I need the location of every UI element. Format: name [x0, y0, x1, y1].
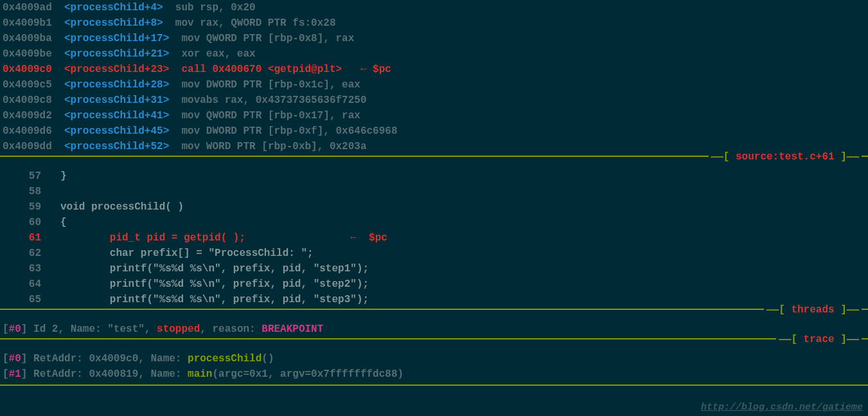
disasm-address: 0x4009dd [3, 141, 52, 152]
source-line: 61 pid_t pid = getpid( ); ← $pc [0, 230, 868, 246]
section-label-source: ——[ source:test.c+61 ]—— [709, 149, 862, 165]
disasm-instruction: movabs rax, 0x43737365636f7250 [181, 95, 366, 106]
source-code: void processChild( ) [60, 201, 184, 213]
disasm-symbol: <processChild+4> [64, 2, 163, 14]
disasm-symbol: <processChild+45> [64, 125, 169, 137]
source-lineno: 60 [3, 215, 60, 230]
source-line: 59void processChild( ) [0, 199, 868, 215]
disasm-address: 0x4009c5 [3, 79, 52, 91]
disasm-address: 0x4009ad [3, 2, 52, 14]
source-lineno: 64 [3, 276, 60, 292]
disasm-address: 0x4009b1 [3, 17, 52, 29]
thread-state: stopped [157, 323, 200, 335]
disasm-line: 0x4009c8 <processChild+31> movabs rax, 0… [0, 93, 868, 108]
disasm-instruction: call 0x400670 <getpid@plt> [181, 64, 342, 75]
disasm-instruction: sub rsp, 0x20 [175, 2, 256, 14]
source-code: char prefix[] = "ProcessChild: "; [60, 248, 314, 259]
thread-reason: BREAKPOINT [261, 323, 323, 335]
source-code: { [60, 217, 67, 228]
disasm-instruction: xor eax, eax [181, 48, 255, 60]
disasm-line: 0x4009ad <processChild+4> sub rsp, 0x20 [0, 0, 868, 15]
disasm-address: 0x4009d2 [3, 110, 52, 122]
source-line: 63 printf("%s%d %s\n", prefix, pid, "ste… [0, 261, 868, 276]
trace-line: [#0] RetAddr: 0x4009c0, Name: processChi… [0, 351, 868, 366]
thread-index: #0 [9, 323, 21, 335]
disasm-symbol: <processChild+21> [64, 48, 169, 60]
thread-line: [#0] Id 2, Name: "test", stopped, reason… [0, 321, 868, 337]
disasm-line: 0x4009c5 <processChild+28> mov DWORD PTR… [0, 77, 868, 93]
disasm-line: 0x4009b1 <processChild+8> mov rax, QWORD… [0, 15, 868, 31]
disasm-symbol: <processChild+28> [64, 79, 169, 91]
threads-block: [#0] Id 2, Name: "test", stopped, reason… [0, 321, 868, 337]
disasm-symbol: <processChild+17> [64, 33, 169, 44]
source-lineno: 58 [3, 184, 60, 199]
section-divider-bottom [0, 384, 868, 387]
disasm-line: 0x4009ba <processChild+17> mov QWORD PTR… [0, 31, 868, 46]
disasm-symbol: <processChild+8> [64, 17, 163, 29]
source-block: 57}5859void processChild( )60{61 pid_t p… [0, 168, 868, 307]
source-line: 64 printf("%s%d %s\n", prefix, pid, "ste… [0, 276, 868, 292]
source-lineno: 65 [3, 292, 60, 307]
source-line: 58 [0, 184, 868, 199]
disasm-address: 0x4009ba [3, 33, 52, 44]
trace-line: [#1] RetAddr: 0x400819, Name: main(argc=… [0, 366, 868, 382]
source-lineno: 59 [3, 199, 60, 215]
pc-marker: ← $pc [360, 64, 391, 75]
source-line: 65 printf("%s%d %s\n", prefix, pid, "ste… [0, 292, 868, 307]
disasm-line: 0x4009c0 <processChild+23> call 0x400670… [0, 62, 868, 77]
disasm-line: 0x4009d2 <processChild+41> mov QWORD PTR… [0, 108, 868, 123]
source-code: printf("%s%d %s\n", prefix, pid, "step3"… [60, 294, 369, 305]
disasm-address: 0x4009c0 [3, 64, 52, 75]
section-label-threads: ——[ threads ]—— [764, 302, 862, 318]
source-code: pid_t pid = getpid( ); [60, 232, 245, 244]
disasm-instruction: mov rax, QWORD PTR fs:0x28 [175, 17, 336, 29]
disasm-symbol: <processChild+31> [64, 95, 169, 106]
trace-index: #1 [9, 368, 21, 380]
disasm-symbol: <processChild+52> [64, 141, 169, 152]
trace-args: (argc=0x1, argv=0x7fffffffdc88) [212, 368, 403, 380]
disasm-instruction: mov DWORD PTR [rbp-0xf], 0x646c6968 [181, 125, 397, 137]
source-lineno: 63 [3, 261, 60, 276]
disasm-symbol: <processChild+23> [64, 64, 169, 75]
disasm-instruction: mov QWORD PTR [rbp-0x17], rax [181, 110, 360, 122]
source-line: 57} [0, 168, 868, 184]
trace-args: () [261, 353, 274, 365]
source-lineno: 62 [3, 246, 60, 261]
disasm-line: 0x4009d6 <processChild+45> mov DWORD PTR… [0, 123, 868, 139]
section-label-trace: ——[ trace ]—— [776, 332, 862, 347]
section-divider-trace: ——[ trace ]—— [0, 338, 868, 351]
disasm-instruction: mov QWORD PTR [rbp-0x8], rax [181, 33, 354, 44]
disasm-symbol: <processChild+41> [64, 110, 169, 122]
disasm-line: 0x4009be <processChild+21> xor eax, eax [0, 46, 868, 62]
trace-index: #0 [9, 353, 21, 365]
source-code: printf("%s%d %s\n", prefix, pid, "step1"… [60, 263, 369, 275]
source-code: printf("%s%d %s\n", prefix, pid, "step2"… [60, 278, 369, 290]
source-lineno: 57 [3, 168, 60, 184]
disasm-address: 0x4009be [3, 48, 52, 60]
disasm-address: 0x4009d6 [3, 125, 52, 137]
trace-function: main [188, 368, 212, 380]
section-divider-threads: ——[ threads ]—— [0, 309, 868, 321]
pc-marker: ← $pc [350, 232, 387, 244]
source-line: 62 char prefix[] = "ProcessChild: "; [0, 246, 868, 261]
source-lineno: 61 [3, 230, 60, 246]
disasm-instruction: mov WORD PTR [rbp-0xb], 0x203a [181, 141, 366, 152]
section-divider-source: ——[ source:test.c+61 ]—— [0, 156, 868, 168]
disasm-address: 0x4009c8 [3, 95, 52, 106]
disasm-instruction: mov DWORD PTR [rbp-0x1c], eax [181, 79, 360, 91]
trace-function: processChild [188, 353, 261, 365]
trace-block: [#0] RetAddr: 0x4009c0, Name: processChi… [0, 351, 868, 382]
disassembly-block: 0x4009ad <processChild+4> sub rsp, 0x200… [0, 0, 868, 154]
source-line: 60{ [0, 215, 868, 230]
source-code: } [60, 170, 67, 182]
